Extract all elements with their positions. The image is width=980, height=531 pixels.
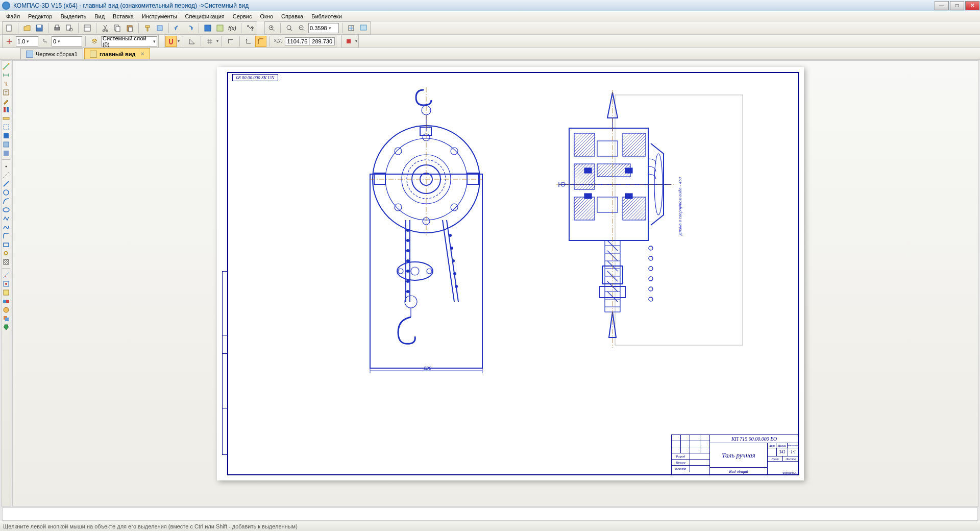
menu-tools[interactable]: Инструменты [138, 12, 181, 20]
copy-button[interactable] [112, 22, 123, 34]
save-button[interactable] [34, 22, 45, 34]
menu-libraries[interactable]: Библиотеки [307, 12, 346, 20]
zoom-value-combo[interactable]: 0.3598 [308, 23, 339, 33]
geometry-tool[interactable] [2, 62, 11, 70]
symbol-tool[interactable] [2, 79, 11, 88]
print-preview-button[interactable] [64, 22, 75, 34]
svg-point-80 [406, 290, 409, 293]
close-button[interactable]: ✕ [965, 1, 979, 10]
menu-spec[interactable]: Спецификация [181, 12, 229, 20]
aux-line-tool[interactable] [2, 171, 11, 179]
tab-assembly[interactable]: Чертеж сборка1 [20, 48, 83, 59]
zoom-region-button[interactable]: + [266, 22, 277, 34]
eq-curve-tool[interactable] [2, 271, 11, 279]
paste-button[interactable] [124, 22, 135, 34]
undo-button[interactable] [172, 22, 183, 34]
edit-tool[interactable] [2, 96, 11, 105]
svg-rect-64 [374, 173, 385, 184]
cut-button[interactable] [100, 22, 111, 34]
menu-view[interactable]: Вид [90, 12, 109, 20]
menu-file[interactable]: Файл [2, 12, 24, 20]
menu-window[interactable]: Окно [256, 12, 277, 20]
variables-button[interactable] [214, 22, 226, 34]
hatch-tool[interactable] [2, 257, 11, 266]
polyline-tool[interactable] [2, 214, 11, 223]
svg-rect-34 [3, 117, 9, 119]
zoom-prev-button[interactable] [296, 22, 307, 34]
svg-rect-2 [37, 25, 41, 28]
menu-service[interactable]: Сервис [229, 12, 256, 20]
format-painter-button[interactable] [142, 22, 153, 34]
scale-combo[interactable]: 1.0 [16, 36, 38, 46]
arc-tool[interactable] [2, 197, 11, 205]
print-button[interactable] [52, 22, 63, 34]
properties-button[interactable] [82, 22, 93, 34]
svg-point-70 [451, 204, 458, 211]
layer-combo[interactable]: Системный слой (0) [101, 36, 157, 46]
step-button[interactable]: tn [39, 36, 51, 47]
rounding-tool[interactable] [2, 231, 11, 240]
snap-button[interactable] [165, 36, 177, 47]
ortho-button[interactable] [225, 36, 236, 47]
line-tool[interactable] [2, 179, 11, 188]
menu-insert[interactable]: Вставка [109, 12, 138, 20]
gather-tool[interactable]: Ω [2, 249, 11, 257]
ellipse-tool[interactable] [2, 205, 11, 214]
sheet-frame [227, 72, 799, 475]
local-cs-button[interactable] [243, 36, 254, 47]
round-button[interactable] [255, 36, 266, 47]
point-tool[interactable] [2, 162, 11, 171]
svg-rect-32 [4, 107, 6, 112]
select-tool[interactable] [2, 123, 11, 131]
svg-point-129 [649, 277, 653, 281]
spec-tool[interactable] [2, 131, 11, 140]
fx-button[interactable]: f(x) [227, 22, 238, 34]
maximize-button[interactable]: □ [950, 1, 964, 10]
close-tab-icon[interactable]: ✕ [140, 51, 144, 57]
menu-editor[interactable]: Редактор [24, 12, 56, 20]
svg-rect-73 [370, 174, 482, 368]
current-state-button[interactable] [4, 36, 15, 47]
open-button[interactable] [21, 22, 33, 34]
rect-tool[interactable] [2, 240, 11, 249]
menu-help[interactable]: Справка [277, 12, 307, 20]
coord-x: 1104.76 [285, 38, 310, 45]
copy-ops-tool[interactable] [2, 314, 11, 323]
insert-tool[interactable] [2, 149, 11, 157]
title-block: Разраб Провер Н.контр КП 715 00.00.000 В… [671, 435, 799, 475]
reports-tool[interactable] [2, 140, 11, 149]
help-context-button[interactable]: ? [244, 22, 256, 34]
equidistant-tool[interactable] [2, 288, 11, 297]
grid-button[interactable] [204, 36, 215, 47]
svg-point-127 [649, 256, 653, 260]
drawing-area[interactable]: 08 00.00.000 SK UN [12, 60, 979, 506]
step-combo[interactable]: 0 [52, 36, 82, 46]
titleblock-code: КП 715 00.00.000 ВО [710, 435, 798, 443]
contour-tool[interactable] [2, 279, 11, 288]
redo-button[interactable] [184, 22, 195, 34]
measure-tool[interactable] [2, 114, 11, 123]
refresh-view-button[interactable] [358, 22, 369, 34]
pan-button[interactable] [346, 22, 357, 34]
tab-main-view[interactable]: главный вид ✕ [84, 48, 150, 59]
spline-tool[interactable] [2, 223, 11, 231]
titleblock-mass: 343 [777, 448, 788, 456]
grip-tool[interactable] [2, 323, 11, 331]
manager-button[interactable] [202, 22, 213, 34]
zoom-dynamic-button[interactable] [284, 22, 295, 34]
text-tool[interactable]: T [2, 88, 11, 96]
new-doc-button[interactable] [4, 22, 15, 34]
param-tool[interactable] [2, 105, 11, 114]
minimize-button[interactable]: — [935, 1, 949, 10]
view-ops-tool[interactable] [2, 305, 11, 314]
dimension-tool[interactable] [2, 70, 11, 79]
status-message: Щелкните левой кнопкой мыши на объекте д… [3, 523, 298, 529]
layers-button[interactable] [89, 36, 100, 47]
stop-button[interactable] [343, 36, 354, 47]
svg-point-128 [649, 267, 653, 271]
menu-select[interactable]: Выделить [56, 12, 90, 20]
circle-tool[interactable] [2, 188, 11, 197]
angle-snap-button[interactable] [186, 36, 198, 47]
properties-panel-button[interactable] [154, 22, 165, 34]
mc-tool[interactable] [2, 297, 11, 305]
